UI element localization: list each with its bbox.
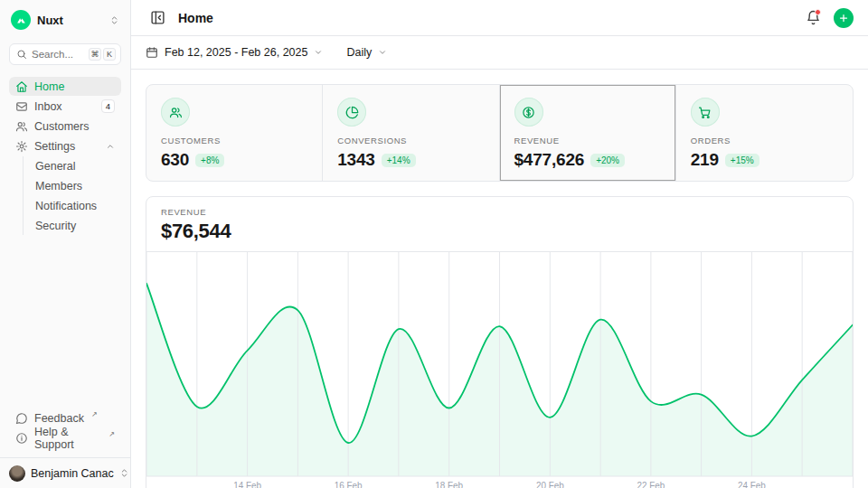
chart-metric-label: REVENUE [161, 207, 838, 217]
sidebar-nav: Home Inbox 4 Customers [9, 77, 121, 236]
chevrons-up-down-icon [119, 468, 129, 478]
help-support-link[interactable]: Help & Support ↗ [9, 428, 121, 447]
date-range-picker[interactable]: Feb 12, 2025 - Feb 26, 2025 [146, 46, 323, 59]
gear-icon [15, 140, 28, 153]
x-axis-tick-label: 20 Feb [536, 481, 564, 488]
revenue-chart-card: REVENUE $76,544 14 Feb16 Feb18 Feb20 Feb… [146, 196, 854, 488]
sidebar-item-notifications[interactable]: Notifications [33, 196, 121, 215]
stat-orders[interactable]: ORDERS 219 +15% [676, 85, 853, 181]
sidebar-item-members[interactable]: Members [33, 176, 121, 195]
sidebar-item-inbox[interactable]: Inbox 4 [9, 97, 121, 116]
stat-delta-badge: +8% [195, 154, 224, 167]
topbar: Home [131, 0, 868, 36]
stat-delta-badge: +15% [725, 154, 760, 167]
search-input[interactable]: Search... ⌘ K [9, 43, 121, 65]
sidebar-body: Nuxt Search... ⌘ K [0, 0, 130, 457]
avatar [9, 465, 25, 482]
stat-label: REVENUE [514, 136, 661, 145]
sidebar-item-label: Home [34, 80, 115, 93]
sidebar-item-label: Customers [34, 120, 115, 133]
conversions-stat-icon [337, 98, 366, 127]
sidebar-item-label: Security [35, 220, 115, 232]
users-icon [15, 120, 28, 133]
sidebar-item-label: General [35, 160, 115, 173]
kbd-k: K [103, 48, 116, 61]
chart-header: REVENUE $76,544 [146, 197, 853, 252]
sidebar-item-home[interactable]: Home [9, 77, 121, 96]
stat-delta-badge: +14% [382, 154, 416, 167]
message-circle-icon [15, 412, 28, 425]
sidebar-item-label: Help & Support [34, 426, 101, 451]
settings-subnav: General Members Notifications Security [23, 156, 121, 235]
sidebar-item-customers[interactable]: Customers [9, 117, 121, 136]
home-icon [15, 80, 28, 93]
stat-conversions[interactable]: CONVERSIONS 1343 +14% [323, 85, 499, 181]
chevron-down-icon [314, 48, 323, 57]
nuxt-logo-icon [11, 10, 31, 30]
stat-label: CONVERSIONS [337, 136, 484, 145]
dashboard-content: CUSTOMERS 630 +8% CONVERSIONS 1343 +14% [131, 70, 868, 488]
interval-select[interactable]: Daily [346, 46, 387, 59]
stat-revenue[interactable]: REVENUE $477,626 +20% [500, 85, 676, 181]
x-axis-tick-label: 14 Feb [233, 481, 261, 488]
stat-customers[interactable]: CUSTOMERS 630 +8% [146, 85, 323, 181]
interval-label: Daily [346, 46, 372, 59]
add-button[interactable] [834, 8, 854, 28]
user-menu[interactable]: Benjamin Canac [0, 458, 130, 488]
sidebar-item-label: Inbox [34, 100, 95, 113]
workspace-name: Nuxt [37, 14, 103, 27]
customers-stat-icon [161, 98, 190, 127]
collapse-sidebar-button[interactable] [146, 6, 169, 30]
external-link-icon: ↗ [108, 430, 115, 438]
stats-row: CUSTOMERS 630 +8% CONVERSIONS 1343 +14% [146, 84, 854, 182]
inbox-count-badge: 4 [101, 99, 115, 113]
stat-value: 1343 [337, 150, 374, 170]
search-icon [16, 49, 27, 60]
sidebar-item-label: Notifications [35, 200, 115, 212]
x-axis-tick-label: 24 Feb [738, 481, 766, 488]
x-axis-tick-label: 22 Feb [637, 481, 665, 488]
stat-label: CUSTOMERS [161, 136, 307, 145]
revenue-stat-icon [514, 98, 543, 127]
sidebar-item-label: Members [35, 180, 115, 192]
main-area: Home Feb 12, 2025 - Feb 26, 2025 [131, 0, 868, 488]
sidebar-item-settings[interactable]: Settings [9, 136, 121, 155]
chart-metric-value: $76,544 [161, 220, 838, 243]
orders-stat-icon [691, 98, 720, 127]
app: Nuxt Search... ⌘ K [0, 0, 868, 488]
kbd-cmd: ⌘ [89, 48, 101, 61]
stat-value: 219 [691, 150, 719, 170]
chevrons-up-down-icon [109, 15, 119, 25]
x-axis-tick-label: 16 Feb [335, 481, 363, 488]
search-placeholder: Search... [32, 49, 84, 60]
stat-label: ORDERS [691, 136, 838, 145]
sidebar-item-label: Settings [34, 140, 99, 153]
chevron-down-icon [378, 48, 387, 57]
sidebar-item-general[interactable]: General [33, 156, 121, 175]
notification-dot [815, 9, 821, 15]
date-range-label: Feb 12, 2025 - Feb 26, 2025 [165, 46, 307, 59]
search-shortcut: ⌘ K [89, 48, 116, 61]
stat-value: $477,626 [514, 150, 585, 170]
user-name: Benjamin Canac [31, 467, 114, 480]
stat-delta-badge: +20% [590, 154, 625, 167]
sidebar: Nuxt Search... ⌘ K [0, 0, 131, 488]
x-axis-tick-label: 18 Feb [435, 481, 463, 488]
revenue-area-chart[interactable]: 14 Feb16 Feb18 Feb20 Feb22 Feb24 Feb [146, 252, 853, 488]
external-link-icon: ↗ [91, 410, 98, 418]
sidebar-footer: Feedback ↗ Help & Support ↗ [9, 408, 121, 448]
stat-value: 630 [161, 150, 189, 170]
sidebar-item-label: Feedback [34, 412, 84, 425]
notifications-button[interactable] [801, 6, 825, 30]
info-circle-icon [15, 432, 28, 445]
filters-toolbar: Feb 12, 2025 - Feb 26, 2025 Daily [131, 36, 868, 70]
inbox-icon [15, 100, 28, 113]
workspace-switcher[interactable]: Nuxt [9, 9, 121, 31]
sidebar-item-security[interactable]: Security [33, 216, 121, 235]
chevron-up-icon [106, 142, 115, 151]
page-title: Home [178, 11, 213, 25]
calendar-icon [146, 46, 158, 59]
